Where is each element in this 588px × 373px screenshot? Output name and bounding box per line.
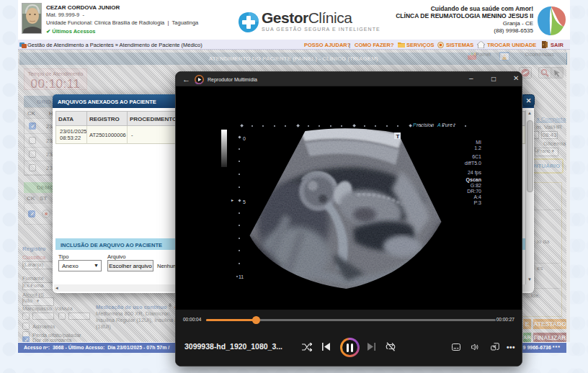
svg-text:T: T xyxy=(396,133,400,140)
svg-text:24 fps: 24 fps xyxy=(468,170,482,176)
svg-text:5: 5 xyxy=(243,199,246,205)
svg-text:6C1: 6C1 xyxy=(472,154,481,159)
svg-text:0: 0 xyxy=(243,136,246,141)
svg-text:11: 11 xyxy=(239,274,244,279)
svg-text:+: + xyxy=(453,122,456,126)
svg-text:▸: ▸ xyxy=(231,198,233,202)
svg-text:diffT5.0: diffT5.0 xyxy=(465,161,481,166)
svg-text:DR:70: DR:70 xyxy=(467,189,481,194)
svg-text:A: A xyxy=(437,122,441,127)
svg-text:G:82: G:82 xyxy=(471,183,481,188)
svg-text:Pure: Pure xyxy=(442,122,453,127)
svg-text:Qscan: Qscan xyxy=(466,177,481,183)
svg-text:recision: recision xyxy=(416,122,434,127)
svg-text:1.2: 1.2 xyxy=(474,145,481,150)
svg-text:P:3: P:3 xyxy=(473,200,481,205)
svg-text:MI: MI xyxy=(476,140,481,145)
svg-text:A:4: A:4 xyxy=(473,194,481,199)
